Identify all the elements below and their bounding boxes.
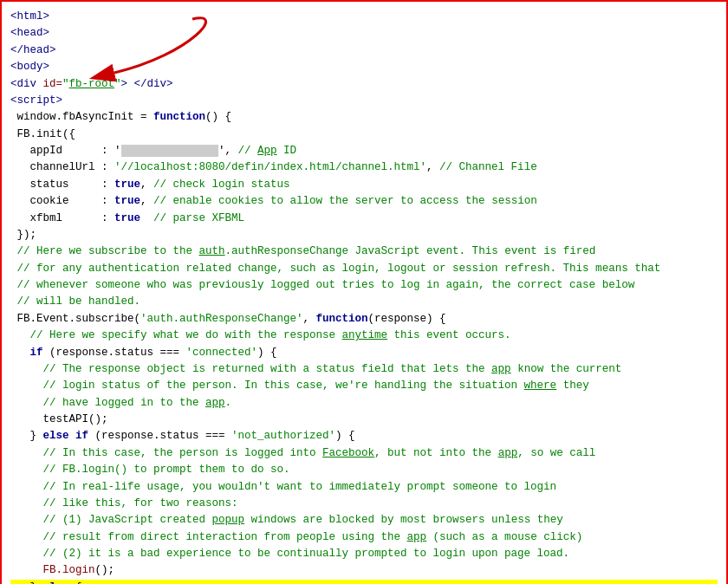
code-line-32: // result from direct interaction from p… xyxy=(10,529,718,546)
code-line-9: appId : ' ', // App ID xyxy=(10,143,718,159)
code-block: <html> <head> </head> <body> <div id="fb… xyxy=(0,0,728,584)
code-line-4: <body> xyxy=(10,59,718,75)
code-line-19: FB.Event.subscribe('auth.authResponseCha… xyxy=(10,311,718,328)
code-line-11: status : true, // check login status xyxy=(10,177,718,193)
code-line-2: <head> xyxy=(10,25,718,42)
code-line-14: }); xyxy=(10,227,718,243)
code-line-29: // In real-life usage, you wouldn't want… xyxy=(10,479,718,496)
code-line-30: // like this, for two reasons: xyxy=(10,496,718,512)
code-line-35: } else { xyxy=(10,580,718,584)
code-line-21: if (response.status === 'connected') { xyxy=(10,345,718,361)
code-line-22: // The response object is returned with … xyxy=(10,361,718,378)
code-line-13: xfbml : true // parse XFBML xyxy=(10,211,718,227)
code-line-18: // will be handled. xyxy=(10,294,718,310)
code-line-27: // In this case, the person is logged in… xyxy=(10,445,718,462)
code-line-26: } else if (response.status === 'not_auth… xyxy=(10,428,718,444)
code-line-15: // Here we subscribe to the auth.authRes… xyxy=(10,243,718,260)
code-line-24: // have logged in to the app. xyxy=(10,395,718,412)
code-line-33: // (2) it is a bad experience to be cont… xyxy=(10,546,718,562)
code-line-34: FB.login(); xyxy=(10,562,718,579)
code-line-7: window.fbAsyncInit = function() { xyxy=(10,109,718,126)
code-line-23: // login status of the person. In this c… xyxy=(10,378,718,394)
code-line-25: testAPI(); xyxy=(10,412,718,428)
code-line-10: channelUrl : '//localhost:8080/defin/ind… xyxy=(10,159,718,176)
code-line-20: // Here we specify what we do with the r… xyxy=(10,328,718,344)
code-line-5: <div id="fb-root"> </div> xyxy=(10,76,718,93)
code-line-31: // (1) JavaScript created popup windows … xyxy=(10,512,718,529)
code-line-3: </head> xyxy=(10,42,718,59)
code-line-6: <script> xyxy=(10,93,718,109)
code-line-28: // FB.login() to prompt them to do so. xyxy=(10,462,718,478)
code-line-1: <html> xyxy=(10,9,718,25)
code-line-16: // for any authentication related change… xyxy=(10,261,718,277)
code-line-17: // whenever someone who was previously l… xyxy=(10,277,718,294)
code-line-12: cookie : true, // enable cookies to allo… xyxy=(10,193,718,210)
code-line-8: FB.init({ xyxy=(10,127,718,143)
